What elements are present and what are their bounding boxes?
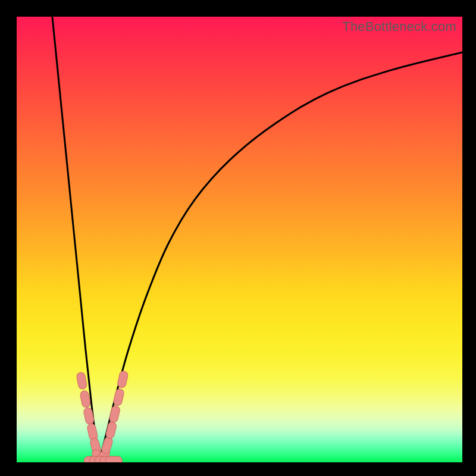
svg-rect-10 (113, 388, 125, 406)
data-marker (109, 405, 121, 423)
svg-rect-7 (101, 436, 114, 455)
svg-rect-0 (76, 372, 87, 390)
data-marker (105, 456, 122, 462)
svg-rect-8 (105, 421, 117, 440)
svg-rect-16 (105, 456, 122, 462)
svg-rect-1 (80, 390, 91, 408)
data-marker (76, 372, 87, 390)
data-marker (105, 421, 117, 440)
data-marker (101, 436, 114, 455)
curve-left-branch (52, 17, 99, 462)
data-marker (117, 370, 129, 388)
chart-svg (17, 17, 462, 462)
data-marker (113, 388, 125, 406)
chart-plot-area: TheBottleneck.com (17, 17, 462, 462)
svg-rect-9 (109, 405, 121, 423)
svg-rect-11 (117, 370, 129, 388)
chart-frame: TheBottleneck.com (0, 0, 476, 476)
data-marker (80, 390, 91, 408)
curve-right-branch (99, 52, 462, 462)
